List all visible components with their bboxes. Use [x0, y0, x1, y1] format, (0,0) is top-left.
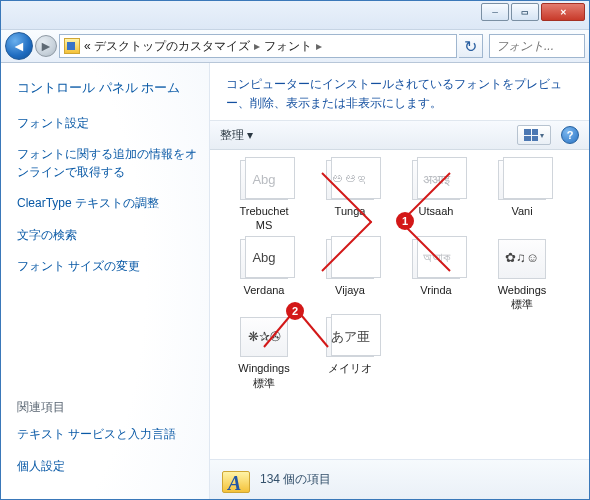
- close-button[interactable]: ✕: [541, 3, 585, 21]
- font-thumbnail: ✿♫☺: [498, 239, 546, 279]
- font-thumbnail: Abg: [240, 239, 288, 279]
- font-grid: AbgTrebuchet MSಅಆಇTungaअआइUtsaahVaniAbgV…: [224, 160, 581, 390]
- breadcrumb-sep-icon: ▸: [316, 39, 322, 53]
- related-heading: 関連項目: [17, 399, 197, 416]
- font-thumbnail: [326, 239, 374, 279]
- sidebar: コントロール パネル ホーム フォント設定 フォントに関する追加の情報をオンライ…: [1, 63, 209, 499]
- font-label: Vrinda: [420, 283, 451, 311]
- organize-label: 整理: [220, 127, 244, 144]
- address-bar[interactable]: « デスクトップのカスタマイズ ▸ フォント ▸: [59, 34, 457, 58]
- chevron-down-icon: ▾: [247, 128, 253, 142]
- sidebar-link[interactable]: 文字の検索: [17, 227, 197, 244]
- sidebar-link[interactable]: ClearType テキストの調整: [17, 195, 197, 212]
- breadcrumb-segment[interactable]: デスクトップのカスタマイズ: [94, 38, 250, 55]
- font-thumbnail: あア亜: [326, 317, 374, 357]
- sidebar-link[interactable]: フォント設定: [17, 115, 197, 132]
- search-box[interactable]: [489, 34, 585, 58]
- font-label: Tunga: [335, 204, 366, 232]
- font-grid-area[interactable]: AbgTrebuchet MSಅಆಇTungaअआइUtsaahVaniAbgV…: [210, 150, 589, 459]
- font-item[interactable]: ಅಆಇTunga: [310, 160, 390, 233]
- font-label: Wingdings 標準: [238, 361, 289, 390]
- breadcrumb-segment[interactable]: フォント: [264, 38, 312, 55]
- minimize-button[interactable]: ─: [481, 3, 509, 21]
- sidebar-link[interactable]: 個人設定: [17, 458, 197, 475]
- forward-button[interactable]: ►: [35, 35, 57, 57]
- font-thumbnail: অআক: [412, 239, 460, 279]
- font-thumbnail: ❋✰✇: [240, 317, 288, 357]
- view-mode-button[interactable]: ▾: [517, 125, 551, 145]
- search-input[interactable]: [496, 39, 578, 53]
- forward-arrow-icon: ►: [39, 39, 53, 53]
- fonts-folder-icon: A: [222, 467, 250, 493]
- font-item[interactable]: あア亜メイリオ: [310, 317, 390, 390]
- sidebar-link[interactable]: テキスト サービスと入力言語: [17, 426, 197, 443]
- main-panel: コンピューターにインストールされているフォントをプレビュー、削除、表示または非表…: [209, 63, 589, 499]
- maximize-button[interactable]: ▭: [511, 3, 539, 21]
- folder-icon: [64, 38, 80, 54]
- help-button[interactable]: ?: [561, 126, 579, 144]
- panel-description: コンピューターにインストールされているフォントをプレビュー、削除、表示または非表…: [210, 63, 589, 120]
- font-thumbnail: Abg: [240, 160, 288, 200]
- font-item[interactable]: অআকVrinda: [396, 239, 476, 312]
- grid-icon: [524, 129, 538, 141]
- font-item[interactable]: ✿♫☺Webdings 標準: [482, 239, 562, 312]
- refresh-button[interactable]: ↻: [459, 34, 483, 58]
- organize-button[interactable]: 整理 ▾: [220, 127, 253, 144]
- font-label: Vani: [511, 204, 532, 232]
- toolbar: 整理 ▾ ▾ ?: [210, 120, 589, 150]
- sidebar-link[interactable]: フォント サイズの変更: [17, 258, 197, 275]
- status-item-count: 134 個の項目: [260, 471, 331, 488]
- titlebar: ─ ▭ ✕: [1, 1, 589, 29]
- explorer-window: ─ ▭ ✕ ◄ ► « デスクトップのカスタマイズ ▸ フォント ▸ ↻ コント…: [0, 0, 590, 500]
- font-thumbnail: [498, 160, 546, 200]
- font-item[interactable]: अआइUtsaah: [396, 160, 476, 233]
- font-label: Webdings 標準: [498, 283, 547, 312]
- breadcrumb-sep-icon: ▸: [254, 39, 260, 53]
- font-label: Trebuchet MS: [239, 204, 288, 233]
- font-item[interactable]: AbgVerdana: [224, 239, 304, 312]
- body-area: コントロール パネル ホーム フォント設定 フォントに関する追加の情報をオンライ…: [1, 63, 589, 499]
- font-label: メイリオ: [328, 361, 372, 389]
- control-panel-home-link[interactable]: コントロール パネル ホーム: [17, 79, 197, 97]
- font-item[interactable]: Vijaya: [310, 239, 390, 312]
- back-button[interactable]: ◄: [5, 32, 33, 60]
- font-thumbnail: अआइ: [412, 160, 460, 200]
- status-bar: A 134 個の項目: [210, 459, 589, 499]
- chevron-down-icon: ▾: [540, 131, 544, 140]
- font-thumbnail: ಅಆಇ: [326, 160, 374, 200]
- font-label: Vijaya: [335, 283, 365, 311]
- sidebar-link[interactable]: フォントに関する追加の情報をオンラインで取得する: [17, 146, 197, 181]
- back-arrow-icon: ◄: [12, 39, 26, 53]
- font-item[interactable]: Vani: [482, 160, 562, 233]
- font-label: Verdana: [244, 283, 285, 311]
- font-item[interactable]: ❋✰✇Wingdings 標準: [224, 317, 304, 390]
- font-label: Utsaah: [419, 204, 454, 232]
- navigation-bar: ◄ ► « デスクトップのカスタマイズ ▸ フォント ▸ ↻: [1, 29, 589, 63]
- breadcrumb-prefix: «: [84, 39, 91, 53]
- font-item[interactable]: AbgTrebuchet MS: [224, 160, 304, 233]
